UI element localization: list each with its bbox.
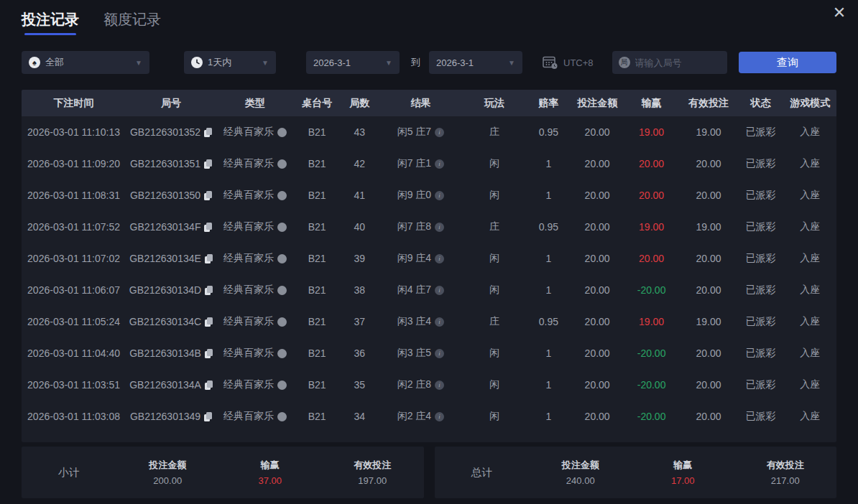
cell-play-text: 庄 (489, 220, 499, 232)
cell-odds-text: 1 (546, 379, 552, 391)
cell-game-type-text: 经典百家乐 (223, 315, 274, 328)
cell-game-mode-text: 入座 (800, 252, 820, 263)
table-row: 2026-03-01 11:09:20GB2126301351经典百家乐B214… (22, 148, 836, 179)
close-icon[interactable]: ✕ (831, 4, 848, 22)
cell-bet-time-text: 2026-03-01 11:04:40 (27, 347, 120, 359)
chevron-down-icon: ▼ (262, 59, 269, 67)
cell-play: 闲 (462, 378, 526, 391)
cell-valid-bet-text: 20.00 (696, 411, 721, 422)
game-type-icon[interactable] (277, 412, 287, 421)
copy-icon[interactable] (205, 286, 213, 295)
search-button[interactable]: 查询 (739, 52, 836, 73)
info-icon[interactable]: i (435, 254, 444, 263)
copy-icon[interactable] (204, 412, 212, 421)
cell-status-text: 已派彩 (746, 252, 776, 263)
cell-table-no: B21 (294, 379, 340, 391)
cell-round-no: 39 (340, 253, 379, 264)
cell-win-loss-text: -20.00 (637, 347, 666, 359)
copy-icon[interactable] (204, 223, 212, 232)
cell-odds: 0.95 (526, 221, 571, 233)
cell-result: 闲2 庄8i (379, 378, 462, 391)
calendar-clock-icon (543, 55, 558, 70)
copy-icon[interactable] (205, 317, 213, 327)
copy-icon[interactable] (204, 191, 212, 200)
game-type-icon[interactable] (277, 254, 287, 263)
cell-win-loss-text: -20.00 (637, 379, 666, 391)
copy-icon[interactable] (205, 381, 213, 390)
cell-game-type: 经典百家乐 (216, 220, 294, 233)
cell-table-no-text: B21 (308, 316, 326, 327)
cell-status-text: 已派彩 (746, 157, 776, 169)
cell-bet-time-text: 2026-03-01 11:03:08 (27, 411, 120, 422)
date-to-picker[interactable]: 2026-3-1 ▼ (429, 51, 522, 74)
copy-icon[interactable] (205, 349, 213, 358)
cell-status: 已派彩 (738, 347, 784, 360)
game-type-icon[interactable] (277, 128, 287, 137)
subtotal-bet-value: 200.00 (116, 475, 219, 486)
game-type-icon[interactable] (277, 381, 287, 390)
copy-icon[interactable] (204, 128, 212, 137)
game-type-icon[interactable] (277, 286, 287, 295)
info-icon[interactable]: i (435, 349, 444, 358)
info-icon[interactable]: i (435, 128, 444, 137)
tab-betting-records[interactable]: 投注记录 (22, 10, 79, 37)
cell-status-text: 已派彩 (746, 347, 776, 358)
game-type-icon[interactable] (277, 349, 287, 358)
total-panel: 总计 投注金额 240.00 输赢 17.00 有效投注 217.00 (435, 447, 837, 498)
info-icon[interactable]: i (435, 191, 444, 200)
cell-result-text: 闲7 庄8 (397, 220, 431, 233)
cell-valid-bet-text: 19.00 (696, 221, 721, 233)
game-type-dropdown[interactable]: ♠ 全部 ▼ (22, 51, 149, 74)
round-number-field[interactable]: 局 (612, 51, 727, 74)
column-header: 类型 (216, 97, 294, 110)
cell-play: 闲 (462, 347, 526, 360)
game-type-icon[interactable] (277, 159, 287, 169)
time-range-dropdown[interactable]: 1天内 ▼ (184, 51, 276, 74)
copy-icon[interactable] (205, 254, 213, 263)
cell-bet-time-text: 2026-03-01 11:03:51 (27, 379, 120, 391)
cell-game-mode: 入座 (783, 410, 836, 423)
game-type-icon[interactable] (277, 191, 287, 200)
info-icon[interactable]: i (435, 223, 444, 232)
table-row: 2026-03-01 11:06:07GB212630134D经典百家乐B213… (22, 274, 836, 306)
cell-game-mode: 入座 (783, 347, 836, 360)
cell-round-no: 43 (340, 126, 379, 138)
cell-game-mode-text: 入座 (800, 220, 820, 232)
cell-win-loss: -20.00 (624, 411, 679, 422)
info-icon[interactable]: i (435, 286, 444, 295)
cell-bet-time: 2026-03-01 11:07:52 (22, 221, 126, 233)
info-icon[interactable]: i (435, 317, 444, 327)
table-row: 2026-03-01 11:07:02GB212630134E经典百家乐B213… (22, 243, 836, 274)
copy-icon[interactable] (204, 159, 212, 169)
game-type-icon[interactable] (277, 223, 287, 232)
tab-credit-records[interactable]: 额度记录 (103, 10, 161, 37)
date-from-value: 2026-3-1 (313, 57, 351, 68)
cell-bet-time: 2026-03-01 11:09:20 (22, 158, 126, 169)
cell-play: 庄 (462, 126, 526, 139)
cell-game-type: 经典百家乐 (216, 410, 294, 423)
info-icon[interactable]: i (435, 412, 444, 421)
cell-win-loss-text: 19.00 (639, 221, 664, 233)
round-number-input[interactable] (635, 57, 714, 68)
cell-game-mode-text: 入座 (800, 410, 820, 421)
cell-table-no: B21 (294, 347, 340, 359)
cell-result-text: 闲3 庄4 (397, 315, 431, 328)
cell-table-no: B21 (294, 190, 340, 201)
cell-valid-bet: 20.00 (679, 253, 737, 264)
cell-play-text: 闲 (489, 378, 499, 390)
cell-bet-time: 2026-03-01 11:03:08 (22, 411, 126, 422)
summary-bar: 小计 投注金额 200.00 输赢 37.00 有效投注 197.00 总计 投… (22, 447, 836, 498)
cell-bet-amount-text: 20.00 (585, 158, 610, 169)
column-header: 桌台号 (294, 97, 340, 110)
cell-table-no: B21 (294, 411, 340, 422)
cell-win-loss: 19.00 (624, 316, 679, 327)
cell-status-text: 已派彩 (746, 220, 776, 232)
cell-result: 闲7 庄1i (379, 157, 462, 170)
column-header: 有效投注 (679, 97, 737, 110)
game-type-icon[interactable] (277, 317, 287, 327)
info-icon[interactable]: i (435, 159, 444, 169)
info-icon[interactable]: i (435, 381, 444, 390)
date-from-picker[interactable]: 2026-3-1 ▼ (306, 51, 400, 74)
cell-game-mode-text: 入座 (800, 378, 820, 390)
column-header: 输赢 (624, 97, 679, 110)
